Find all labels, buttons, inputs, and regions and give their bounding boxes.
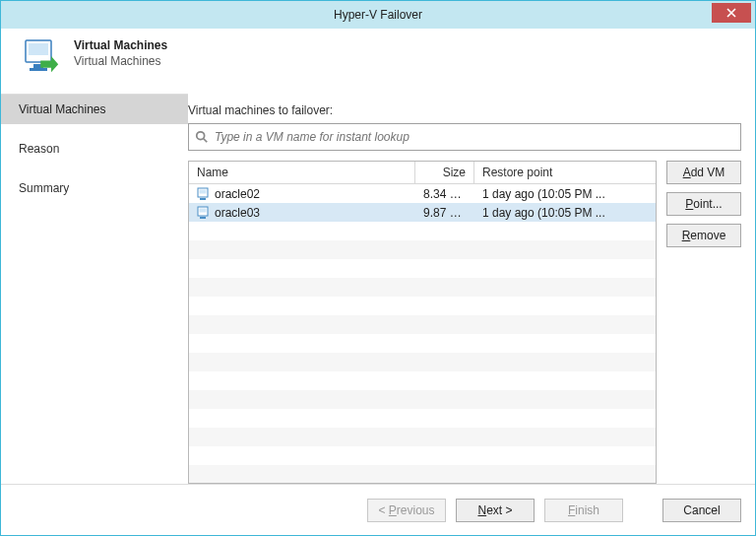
- wizard-footer: < Previous Next > Finish Cancel: [1, 484, 755, 535]
- add-vm-button[interactable]: Add VM: [666, 161, 741, 184]
- page-subtitle: Virtual Machines: [74, 54, 167, 68]
- main-panel: Virtual machines to failover: Name Size …: [188, 94, 755, 484]
- previous-button: < Previous: [367, 499, 446, 522]
- table-row[interactable]: oracle02 8.34 GB 1 day ago (10:05 PM ...: [189, 184, 656, 203]
- vm-restore-point: 1 day ago (10:05 PM ...: [474, 206, 656, 220]
- finish-button: Finish: [544, 499, 623, 522]
- vm-name: oracle03: [215, 206, 260, 220]
- svg-rect-11: [200, 217, 206, 219]
- table-row[interactable]: oracle03 9.87 GB 1 day ago (10:05 PM ...: [189, 203, 656, 222]
- wizard-body: Virtual Machines Reason Summary Virtual …: [1, 94, 755, 484]
- step-virtual-machines[interactable]: Virtual Machines: [1, 95, 188, 124]
- grid-body: oracle02 8.34 GB 1 day ago (10:05 PM ...…: [189, 184, 656, 483]
- page-title: Virtual Machines: [74, 38, 167, 52]
- remove-button[interactable]: Remove: [666, 224, 741, 247]
- table-area: Name Size Restore point: [188, 161, 741, 484]
- vm-name: oracle02: [215, 187, 260, 201]
- step-reason[interactable]: Reason: [1, 134, 188, 164]
- step-summary[interactable]: Summary: [1, 173, 188, 203]
- grid-rows: oracle02 8.34 GB 1 day ago (10:05 PM ...…: [189, 184, 656, 483]
- search-box[interactable]: [188, 123, 741, 151]
- cancel-button[interactable]: Cancel: [662, 499, 741, 522]
- side-buttons: Add VM Point... Remove: [666, 161, 741, 484]
- svg-rect-8: [200, 198, 206, 200]
- window-title: Hyper-V Failover: [1, 8, 755, 22]
- page-header: Virtual Machines Virtual Machines: [1, 29, 755, 94]
- svg-rect-10: [200, 208, 207, 212]
- search-icon: [195, 130, 209, 144]
- svg-rect-1: [29, 43, 48, 55]
- search-input[interactable]: [215, 130, 734, 144]
- svg-rect-3: [30, 68, 47, 71]
- vm-header-icon: [23, 38, 64, 80]
- wizard-steps: Virtual Machines Reason Summary: [1, 94, 188, 484]
- next-button[interactable]: Next >: [456, 499, 535, 522]
- vm-grid: Name Size Restore point: [188, 161, 657, 484]
- close-button[interactable]: [712, 3, 751, 23]
- vm-icon: [197, 206, 209, 220]
- vm-icon: [197, 187, 209, 201]
- close-icon: [726, 8, 736, 18]
- vm-size: 9.87 GB: [415, 206, 474, 220]
- prompt-label: Virtual machines to failover:: [188, 103, 741, 117]
- vm-restore-point: 1 day ago (10:05 PM ...: [474, 187, 656, 201]
- hyperv-failover-window: Hyper-V Failover Virtual Machines Virtua…: [0, 0, 756, 536]
- header-text: Virtual Machines Virtual Machines: [74, 38, 167, 68]
- titlebar: Hyper-V Failover: [1, 1, 755, 29]
- svg-rect-7: [200, 189, 207, 193]
- col-header-restore[interactable]: Restore point: [474, 162, 656, 183]
- col-header-name[interactable]: Name: [189, 162, 415, 183]
- vm-size: 8.34 GB: [415, 187, 474, 201]
- svg-line-5: [204, 139, 208, 143]
- grid-header: Name Size Restore point: [189, 162, 656, 184]
- svg-point-4: [197, 132, 205, 140]
- col-header-size[interactable]: Size: [415, 162, 474, 183]
- point-button[interactable]: Point...: [666, 192, 741, 216]
